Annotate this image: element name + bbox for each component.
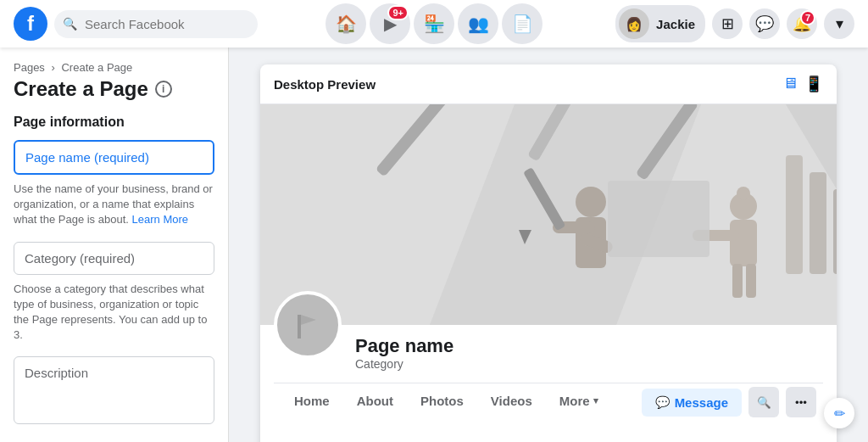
svg-rect-12 xyxy=(730,220,757,266)
groups-nav-button[interactable]: 👥 xyxy=(458,3,498,44)
video-nav-button[interactable]: ▶ 9+ xyxy=(370,3,410,44)
preview-title: Desktop Preview xyxy=(274,77,376,92)
svg-rect-19 xyxy=(833,189,837,274)
marketplace-nav-button[interactable]: 🏪 xyxy=(414,3,454,44)
desktop-preview-icon[interactable]: 🖥 xyxy=(782,75,798,93)
message-button[interactable]: 💬 Message xyxy=(642,389,742,417)
breadcrumb-pages[interactable]: Pages xyxy=(14,61,45,74)
page-name-help: Use the name of your business, brand or … xyxy=(14,182,214,228)
breadcrumb: Pages › Create a Page xyxy=(14,61,214,74)
svg-rect-14 xyxy=(732,264,743,298)
user-name-label: Jackie xyxy=(656,17,695,31)
svg-rect-15 xyxy=(746,264,756,298)
video-badge: 9+ xyxy=(387,5,409,20)
nav-left: f 🔍 xyxy=(14,7,319,41)
page-information-label: Page information xyxy=(14,115,214,130)
search-wrap: 🔍 xyxy=(54,10,258,38)
tab-more[interactable]: More ▾ xyxy=(546,383,612,421)
user-profile-button[interactable]: 👩 Jackie xyxy=(615,5,705,42)
gaming-nav-button[interactable]: 📄 xyxy=(502,3,542,44)
avatar: 👩 xyxy=(619,8,649,39)
search-icon: 🔍 xyxy=(63,17,77,31)
notification-badge: 7 xyxy=(800,10,815,25)
page-heading: Create a Page i xyxy=(14,77,214,101)
tab-actions: 💬 Message 🔍 ••• xyxy=(642,387,816,417)
page-name-area: Page name Category xyxy=(274,325,823,376)
category-input[interactable] xyxy=(14,242,214,275)
mobile-preview-icon[interactable]: 📱 xyxy=(804,75,823,93)
cover-illustration xyxy=(260,104,837,325)
tab-photos[interactable]: Photos xyxy=(407,383,477,421)
svg-point-11 xyxy=(737,187,750,200)
tab-more-chevron-icon: ▾ xyxy=(593,395,598,406)
tab-home[interactable]: Home xyxy=(281,383,343,421)
page-category-display: Category xyxy=(355,357,823,371)
svg-rect-16 xyxy=(608,181,709,257)
cover-photo-area xyxy=(260,104,837,325)
tab-about[interactable]: About xyxy=(343,383,407,421)
svg-rect-17 xyxy=(786,155,803,274)
breadcrumb-separator: › xyxy=(52,61,55,74)
tab-videos[interactable]: Videos xyxy=(477,383,546,421)
left-sidebar: Pages › Create a Page Create a Page i Pa… xyxy=(0,48,229,442)
message-label: Message xyxy=(675,395,728,410)
top-navigation: f 🔍 🏠 ▶ 9+ 🏪 👥 📄 👩 Jackie ⊞ 💬 🔔 7 ▾ xyxy=(0,0,868,48)
learn-link[interactable]: Learn xyxy=(132,213,160,226)
page-name-input[interactable] xyxy=(14,140,214,175)
page-tabs: Home About Photos Videos More ▾ 💬 Messag… xyxy=(274,383,823,421)
page-avatar xyxy=(274,291,342,359)
home-nav-button[interactable]: 🏠 xyxy=(326,3,366,44)
messenger-button[interactable]: 💬 xyxy=(749,8,780,39)
facebook-logo[interactable]: f xyxy=(14,7,47,41)
nav-center: 🏠 ▶ 9+ 🏪 👥 📄 xyxy=(326,3,542,44)
svg-rect-24 xyxy=(298,315,301,338)
tab-more-label: More xyxy=(559,394,590,408)
page-heading-text: Create a Page xyxy=(14,77,148,101)
breadcrumb-current: Create a Page xyxy=(61,61,132,74)
search-action-button[interactable]: 🔍 xyxy=(748,387,779,417)
apps-menu-button[interactable]: ⊞ xyxy=(712,8,743,39)
page-info-area: Page name Category Home About Photos Vid… xyxy=(260,325,837,421)
main-layout: Pages › Create a Page Create a Page i Pa… xyxy=(0,48,868,442)
account-menu-button[interactable]: ▾ xyxy=(824,8,854,39)
preview-card: Desktop Preview 🖥 📱 xyxy=(260,64,837,442)
page-name-display: Page name xyxy=(355,335,823,357)
preview-header: Desktop Preview 🖥 📱 xyxy=(260,64,837,104)
edit-icon-corner[interactable]: ✏ xyxy=(824,398,854,428)
more-actions-button[interactable]: ••• xyxy=(786,387,816,417)
svg-rect-18 xyxy=(810,172,826,274)
more-link[interactable]: More xyxy=(163,213,188,226)
search-input[interactable] xyxy=(54,10,258,38)
svg-rect-23 xyxy=(291,308,325,342)
nav-right: 👩 Jackie ⊞ 💬 🔔 7 ▾ xyxy=(549,5,854,42)
description-input[interactable] xyxy=(14,356,214,424)
category-help: Choose a category that describes what ty… xyxy=(14,282,214,344)
info-icon[interactable]: i xyxy=(155,81,172,98)
svg-point-4 xyxy=(576,187,606,217)
notifications-button[interactable]: 🔔 7 xyxy=(787,8,817,39)
message-icon: 💬 xyxy=(655,395,670,409)
right-content: Desktop Preview 🖥 📱 xyxy=(229,48,868,442)
preview-device-switcher: 🖥 📱 xyxy=(782,75,823,93)
